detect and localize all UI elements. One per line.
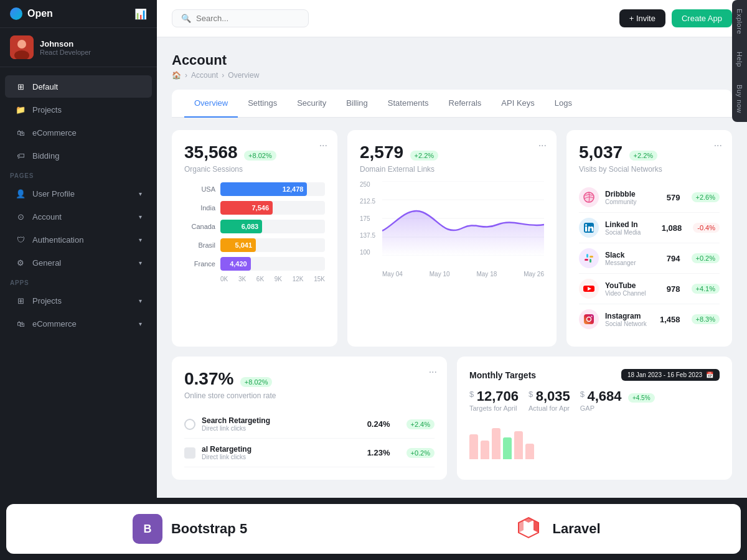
retarget-badge-2: +0.2% [406, 448, 435, 458]
chevron-down-icon-account: ▾ [139, 213, 142, 220]
linkedin-info: Linked In Social Media [605, 220, 655, 236]
gap-label: GAP [580, 404, 655, 412]
breadcrumb-account[interactable]: Account [191, 71, 218, 80]
gap-dollar: $ [580, 390, 585, 399]
sidebar-item-authentication[interactable]: 🛡 Authentication ▾ [5, 228, 152, 251]
breadcrumb-overview: Overview [228, 71, 259, 80]
svg-rect-20 [590, 256, 593, 258]
bootstrap-promo[interactable]: B Bootstrap 5 [6, 504, 374, 554]
social-item-slack: Slack Messanger 794 +0.2% [579, 243, 720, 274]
youtube-value: 978 [667, 284, 680, 294]
invite-button[interactable]: + Invite [619, 9, 665, 27]
line-chart-area: 250 212.5 175 137.5 100 [360, 181, 544, 278]
search-input[interactable] [196, 14, 289, 23]
chevron-down-icon: ▾ [139, 190, 142, 197]
svg-rect-18 [590, 259, 591, 263]
sidebar-item-general[interactable]: ⚙ General ▾ [5, 251, 152, 274]
tab-api-keys[interactable]: API Keys [491, 90, 544, 118]
person-circle-icon: ⊙ [15, 211, 26, 222]
right-panel-buynow[interactable]: Buy now [733, 76, 746, 122]
axis-15k: 15K [314, 276, 325, 282]
avatar [10, 35, 34, 59]
main-area: 🔍 + Invite Create App Account 🏠 › Accoun… [157, 0, 747, 560]
bar-row-india: India 7,546 [184, 201, 325, 215]
mini-bar-1 [469, 434, 478, 459]
retarget-sub-1: Direct link clicks [202, 425, 361, 432]
chevron-down-icon-apps-ecommerce: ▾ [139, 320, 142, 327]
dribbble-badge: +2.6% [692, 192, 720, 202]
line-chart-x-axis: May 04 May 10 May 18 May 26 [360, 271, 544, 278]
dribbble-type: Community [605, 198, 660, 205]
svg-rect-15 [585, 226, 587, 231]
home-icon[interactable]: 🏠 [172, 71, 181, 80]
sidebar-item-user-profile[interactable]: 👤 User Profile ▾ [5, 182, 152, 205]
right-panel-explore[interactable]: Explore [733, 0, 746, 43]
monthly-mini-chart [469, 422, 720, 459]
svg-point-25 [591, 316, 593, 317]
instagram-icon [579, 309, 599, 329]
linkedin-badge: -0.4% [693, 223, 720, 233]
bottom-grid: ··· 0.37% +8.02% Online store convertion… [172, 357, 732, 480]
tab-referrals[interactable]: Referrals [439, 90, 492, 118]
chart-icon[interactable]: 📊 [134, 8, 147, 20]
dribbble-name: Dribbble [605, 190, 660, 198]
line-chart-svg [382, 181, 544, 256]
social-item-linkedin: Linked In Social Media 1,088 -0.4% [579, 213, 720, 243]
retarget-label-1: Search Retargeting [202, 416, 361, 425]
grid-icon: ⊞ [15, 81, 26, 92]
tab-security[interactable]: Security [287, 90, 336, 118]
retarget-sub-2: Direct link clicks [202, 454, 361, 460]
card-menu-organic[interactable]: ··· [319, 140, 327, 151]
topbar: 🔍 + Invite Create App [157, 0, 747, 37]
sidebar-item-apps-projects[interactable]: ⊞ Projects ▾ [5, 289, 152, 312]
bar-label-canada: Canada [184, 223, 215, 230]
bar-fill-usa: 12,478 [220, 182, 307, 196]
breadcrumb-sep2: › [222, 71, 224, 80]
tab-overview[interactable]: Overview [184, 90, 238, 118]
laravel-promo[interactable]: Laravel [374, 504, 741, 554]
domain-number: 2,579 [360, 142, 403, 162]
retarget-row-1: Search Retargeting Direct link clicks 0.… [184, 410, 435, 439]
retarget-info-2: al Retargeting Direct link clicks [202, 445, 361, 460]
tab-billing[interactable]: Billing [336, 90, 378, 118]
conversion-badge: +8.02% [240, 377, 273, 387]
retargeting-list: Search Retargeting Direct link clicks 0.… [184, 410, 435, 467]
svg-rect-23 [584, 314, 594, 324]
search-box[interactable]: 🔍 [172, 9, 309, 27]
settings-icon: ⚙ [15, 257, 26, 268]
create-app-button[interactable]: Create App [672, 9, 732, 27]
tab-settings[interactable]: Settings [238, 90, 287, 118]
x-may18: May 18 [476, 271, 497, 278]
tab-statements[interactable]: Statements [378, 90, 439, 118]
sidebar-item-ecommerce[interactable]: 🛍 eCommerce [5, 121, 152, 144]
sidebar-item-apps-ecommerce[interactable]: 🛍 eCommerce ▾ [5, 312, 152, 335]
sidebar-item-default[interactable]: ⊞ Default [5, 75, 152, 98]
search-icon: 🔍 [181, 14, 191, 23]
dribbble-value: 579 [667, 193, 680, 202]
svg-point-1 [17, 40, 26, 49]
linkedin-type: Social Media [605, 229, 655, 236]
laravel-label: Laravel [552, 521, 600, 537]
card-menu-conversion[interactable]: ··· [429, 366, 437, 378]
card-menu-domain[interactable]: ··· [538, 140, 547, 151]
chevron-down-icon-apps-projects: ▾ [139, 297, 142, 304]
domain-links-card: ··· 2,579 +2.2% Domain External Links 25… [347, 130, 557, 347]
organic-number: 35,568 [184, 142, 238, 162]
retarget-pct-1: 0.24% [367, 419, 390, 429]
sidebar-nav: ⊞ Default 📁 Projects 🛍 eCommerce 🏷 Biddi… [0, 67, 157, 560]
store-icon: 🛍 [15, 127, 26, 138]
card-menu-social[interactable]: ··· [714, 140, 722, 151]
sidebar-item-account[interactable]: ⊙ Account ▾ [5, 205, 152, 228]
linkedin-value: 1,088 [662, 223, 682, 233]
sidebar-item-projects[interactable]: 📁 Projects [5, 98, 152, 121]
slack-value: 794 [667, 254, 680, 263]
date-range-badge: 18 Jan 2023 - 16 Feb 2023 📅 [621, 369, 720, 381]
svg-rect-17 [586, 254, 588, 258]
right-panel-help[interactable]: Help [733, 43, 746, 76]
social-item-dribbble: Dribbble Community 579 +2.6% [579, 182, 720, 213]
youtube-info: YouTube Video Channel [605, 281, 660, 297]
retarget-info-1: Search Retargeting Direct link clicks [202, 416, 361, 432]
sidebar-item-bidding[interactable]: 🏷 Bidding [5, 144, 152, 167]
tab-logs[interactable]: Logs [545, 90, 582, 118]
instagram-value: 1,458 [660, 315, 680, 324]
